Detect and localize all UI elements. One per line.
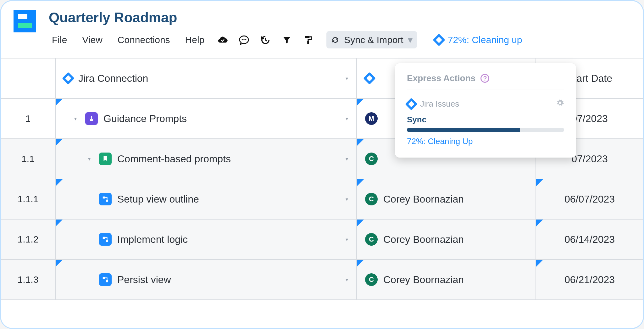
assignee-name: Corey Boornazian: [383, 274, 464, 286]
sync-status[interactable]: 72%: Cleaning up: [435, 35, 522, 45]
svg-rect-4: [106, 200, 108, 202]
row-title-cell[interactable]: Persist view ▾: [56, 260, 357, 299]
help-icon[interactable]: ?: [480, 74, 489, 83]
chevron-down-icon[interactable]: ▾: [346, 237, 348, 243]
svg-point-1: [243, 39, 245, 40]
header-main: Quarterly Roadmap File View Connections …: [49, 10, 630, 48]
menu-file[interactable]: File: [49, 33, 70, 47]
item-type-icon: [99, 273, 112, 286]
col-main-header[interactable]: Jira Connection ▾: [56, 59, 357, 98]
table-row: 1.1.2 Implement logic ▾ C Corey Boornazi…: [1, 220, 643, 260]
assignee-name: Corey Boornazian: [383, 234, 464, 245]
format-painter-icon[interactable]: [302, 34, 314, 46]
row-date-cell[interactable]: 06/21/2023: [536, 260, 643, 299]
cell-flag-icon: [357, 260, 364, 267]
cell-flag-icon: [56, 179, 63, 186]
page-title: Quarterly Roadmap: [49, 10, 630, 25]
sync-import-button[interactable]: Sync & Import ▾: [326, 31, 417, 48]
cell-flag-icon: [357, 99, 364, 106]
row-number: 1.1.1: [1, 179, 56, 219]
filter-icon[interactable]: [280, 34, 293, 46]
cell-flag-icon: [56, 260, 63, 267]
avatar: C: [365, 233, 378, 246]
row-title-cell[interactable]: Implement logic ▾: [56, 220, 357, 259]
progress-bar: [407, 128, 564, 132]
refresh-icon: [331, 36, 340, 44]
row-title-cell[interactable]: ▾ Comment-based prompts ▾: [56, 139, 357, 179]
row-number: 1: [1, 99, 56, 138]
history-icon[interactable]: [259, 34, 272, 46]
row-title: Guidance Prompts: [103, 113, 187, 125]
row-assignee-cell[interactable]: C Corey Boornazian: [357, 179, 536, 219]
cloud-check-icon[interactable]: [216, 34, 229, 46]
sync-status-text: 72%: Cleaning up: [448, 35, 522, 45]
chevron-down-icon[interactable]: ▾: [346, 75, 348, 81]
app-logo-icon: [14, 10, 36, 32]
sync-dropdown-panel: Express Actions ? Jira Issues Sync 72%: …: [395, 63, 576, 158]
row-date-cell[interactable]: 06/07/2023: [536, 179, 643, 219]
cell-flag-icon: [357, 139, 364, 146]
jira-icon: [433, 34, 445, 46]
row-title: Implement logic: [117, 234, 188, 245]
jira-icon: [363, 72, 376, 85]
row-date: 06/07/2023: [564, 193, 615, 205]
menu-connections[interactable]: Connections: [114, 33, 173, 47]
svg-rect-7: [103, 277, 105, 279]
app-frame: Quarterly Roadmap File View Connections …: [0, 0, 644, 329]
assignee-name: Corey Boornazian: [383, 193, 464, 205]
svg-rect-3: [103, 197, 105, 198]
row-date: 07/2023: [571, 153, 608, 165]
col-number-header: [1, 59, 56, 98]
chevron-down-icon[interactable]: ▾: [346, 196, 348, 202]
cell-flag-icon: [536, 220, 543, 226]
menu-view[interactable]: View: [79, 33, 105, 47]
chevron-down-icon[interactable]: ▾: [346, 277, 348, 283]
svg-rect-8: [106, 280, 108, 282]
svg-rect-6: [106, 240, 108, 242]
avatar: C: [365, 193, 378, 205]
row-date-cell[interactable]: 06/14/2023: [536, 220, 643, 259]
cell-flag-icon: [56, 99, 63, 106]
row-title: Persist view: [117, 274, 171, 286]
row-title: Comment-based prompts: [117, 153, 231, 165]
table-row: 1.1.3 Persist view ▾ C Corey Boornazian …: [1, 260, 643, 300]
row-number: 1.1.2: [1, 220, 56, 259]
cell-flag-icon: [357, 220, 364, 226]
svg-rect-5: [103, 237, 105, 239]
table-row: 1.1.1 Setup view outline ▾ C Corey Boorn…: [1, 179, 643, 220]
cell-flag-icon: [536, 260, 543, 267]
avatar: M: [365, 112, 378, 125]
expand-toggle-icon[interactable]: ▾: [85, 156, 93, 162]
avatar: C: [365, 153, 378, 165]
progress-fill: [407, 128, 520, 132]
row-assignee-cell[interactable]: C Corey Boornazian: [357, 260, 536, 299]
avatar: C: [365, 273, 378, 286]
row-date: 07/2023: [571, 113, 608, 125]
chevron-down-icon[interactable]: ▾: [346, 156, 348, 162]
row-number: 1.1.3: [1, 260, 56, 299]
row-date: 06/21/2023: [564, 274, 615, 286]
cell-flag-icon: [56, 220, 63, 226]
row-title-cell[interactable]: ▾ Guidance Prompts ▾: [56, 99, 357, 138]
row-assignee-cell[interactable]: C Corey Boornazian: [357, 220, 536, 259]
item-type-icon: [85, 112, 98, 125]
menubar: File View Connections Help: [49, 31, 630, 48]
cell-flag-icon: [357, 179, 364, 186]
row-date: 06/14/2023: [564, 234, 615, 245]
jira-icon: [62, 72, 75, 85]
panel-heading: Express Actions ?: [407, 73, 564, 90]
chevron-down-icon[interactable]: ▾: [346, 116, 348, 122]
svg-point-0: [242, 39, 243, 40]
gear-icon[interactable]: [556, 99, 564, 109]
menu-help[interactable]: Help: [182, 33, 208, 47]
panel-source-label: Jira Issues: [420, 99, 459, 109]
comment-icon[interactable]: [238, 34, 250, 46]
row-title-cell[interactable]: Setup view outline ▾: [56, 179, 357, 219]
item-type-icon: [99, 233, 112, 246]
col-main-header-label: Jira Connection: [78, 73, 148, 84]
chevron-down-icon: ▾: [408, 34, 413, 45]
item-type-icon: [99, 153, 112, 165]
panel-source-row: Jira Issues: [407, 99, 564, 109]
expand-toggle-icon[interactable]: ▾: [71, 116, 80, 122]
row-title: Setup view outline: [117, 193, 199, 205]
